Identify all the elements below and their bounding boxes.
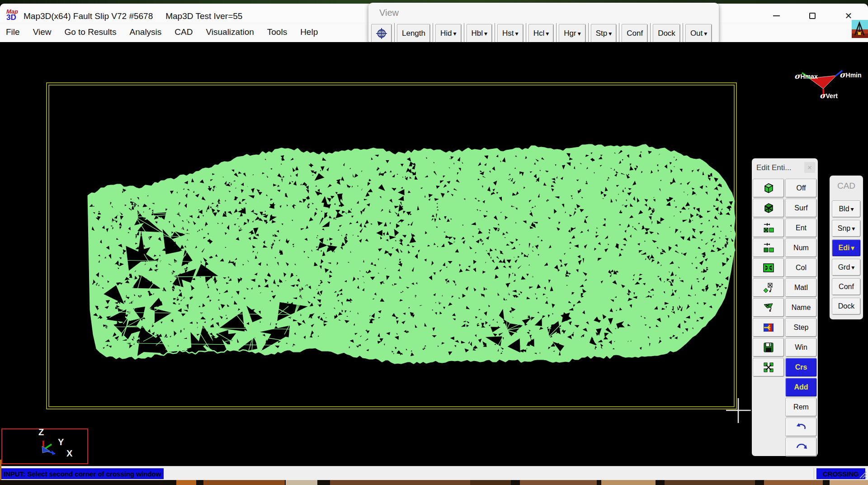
panel-close-button[interactable]: ✕ xyxy=(804,162,815,173)
minimize-button[interactable] xyxy=(766,8,787,24)
wireframe-mesh-scene xyxy=(0,42,868,466)
view-orientation-button[interactable] xyxy=(371,24,392,43)
hbl-dropdown-button[interactable]: Hbl xyxy=(467,24,493,43)
undo-icon xyxy=(795,422,807,432)
menu-cad[interactable]: CAD xyxy=(175,25,193,39)
resize-grip[interactable] xyxy=(857,470,867,479)
model-viewport[interactable]: σHmax σHmin σVert Z Y X xyxy=(0,42,868,466)
sigma-hmin-label: σHmin xyxy=(840,70,862,79)
edit-entities-title: Edit Enti... xyxy=(756,163,791,172)
save-window-icon[interactable] xyxy=(753,338,784,357)
crs-button[interactable]: Crs xyxy=(785,358,817,377)
step-icon[interactable] xyxy=(753,318,784,337)
number-select-icon[interactable] xyxy=(753,238,784,257)
map3d-application: Map 3D Map3D(x64) Fault Slip V72 #5678Ma… xyxy=(0,0,868,485)
view-toolbar-window[interactable]: View Length Hid Hbl Hst Hcl Hgr xyxy=(368,3,719,44)
length-button[interactable]: Length xyxy=(397,24,430,43)
redo-button[interactable] xyxy=(785,437,817,456)
minimize-icon xyxy=(773,15,780,16)
off-button[interactable]: Off xyxy=(785,179,817,198)
grd-dropdown-button[interactable]: Grd xyxy=(832,259,861,276)
axis-x-label: X xyxy=(66,448,72,459)
add-button[interactable]: Add xyxy=(785,378,817,397)
cad-dock-button[interactable]: Dock xyxy=(832,298,861,315)
ent-button[interactable]: Ent xyxy=(785,219,817,238)
material-assign-icon[interactable] xyxy=(753,278,784,297)
num-button[interactable]: Num xyxy=(785,238,817,257)
color-select-icon[interactable] xyxy=(753,258,784,277)
map3d-logo-icon: Map 3D xyxy=(6,9,23,24)
hst-dropdown-button[interactable]: Hst xyxy=(497,24,524,43)
bld-dropdown-button[interactable]: Bld xyxy=(832,200,861,218)
sigma-vert-label: σVert xyxy=(820,91,838,100)
desktop-wallpaper-sliver xyxy=(0,460,1,480)
sigma-hmax-label: σHmax xyxy=(794,71,818,81)
toolbar-separator xyxy=(495,23,495,44)
name-button[interactable]: Name xyxy=(785,298,817,317)
redo-icon xyxy=(795,442,807,452)
menu-view[interactable]: View xyxy=(33,25,52,39)
menu-help[interactable]: Help xyxy=(300,25,318,39)
dock-button[interactable]: Dock xyxy=(653,24,680,43)
input-prompt: INPUT: Select second corner of crossing … xyxy=(1,468,164,479)
toolbar-separator xyxy=(526,23,526,44)
desktop-wallpaper-bottom xyxy=(0,480,868,485)
undo-button[interactable] xyxy=(785,418,817,437)
menu-go-to-results[interactable]: Go to Results xyxy=(64,25,116,39)
step-dropdown-button[interactable]: Stp xyxy=(591,24,617,43)
axis-y-label: Y xyxy=(58,437,64,447)
toolbar-separator xyxy=(650,23,651,44)
entity-select-icon[interactable] xyxy=(753,219,784,238)
menu-visualization[interactable]: Visualization xyxy=(206,25,254,39)
view-toolbar-title: View xyxy=(379,8,399,18)
status-bar: INPUT: Select second corner of crossing … xyxy=(0,466,868,480)
cad-panel-title: CAD xyxy=(830,181,863,191)
step-button[interactable]: Step xyxy=(785,318,817,337)
toolbar-separator xyxy=(588,23,589,44)
edit-entities-panel[interactable]: Edit Enti... ✕ Off Surf xyxy=(752,158,818,456)
hcl-dropdown-button[interactable]: Hcl xyxy=(528,24,554,43)
matl-button[interactable]: Matl xyxy=(785,278,817,297)
cube-crossed-icon[interactable] xyxy=(753,199,784,218)
status-separator xyxy=(814,468,815,479)
cad-panel[interactable]: CAD Bld Snp Edi Grd Conf Dock xyxy=(830,176,863,319)
conf-button[interactable]: Conf xyxy=(622,24,648,43)
win-button[interactable]: Win xyxy=(785,338,817,357)
hide-dropdown-button[interactable]: Hid xyxy=(435,24,462,43)
crossing-select-icon[interactable] xyxy=(753,358,784,377)
mining-headframe-icon xyxy=(852,20,868,38)
out-dropdown-button[interactable]: Out xyxy=(685,24,712,43)
toolbar-separator xyxy=(433,23,433,44)
maximize-icon xyxy=(809,13,816,19)
surf-button[interactable]: Surf xyxy=(785,199,817,218)
toolbar-separator xyxy=(556,23,557,44)
globe-crosshair-icon xyxy=(376,28,387,39)
cube-icon[interactable] xyxy=(753,179,784,198)
menu-tools[interactable]: Tools xyxy=(267,25,287,39)
hgr-dropdown-button[interactable]: Hgr xyxy=(559,24,585,43)
rem-button[interactable]: Rem xyxy=(785,398,817,417)
cad-conf-button[interactable]: Conf xyxy=(832,278,861,295)
edi-dropdown-button[interactable]: Edi xyxy=(832,239,861,257)
menu-file[interactable]: File xyxy=(6,25,20,39)
col-button[interactable]: Col xyxy=(785,258,817,277)
toolbar-separator xyxy=(394,23,395,44)
toolbar-separator xyxy=(619,23,619,44)
toolbar-separator xyxy=(464,23,464,44)
menu-analysis[interactable]: Analysis xyxy=(130,25,162,39)
snp-dropdown-button[interactable]: Snp xyxy=(832,220,861,237)
name-assign-icon[interactable] xyxy=(753,298,784,317)
toolbar-separator xyxy=(683,23,683,44)
maximize-button[interactable] xyxy=(802,8,823,24)
window-title: Map3D(x64) Fault Slip V72 #5678Map3D Tes… xyxy=(24,11,242,21)
close-icon: ✕ xyxy=(845,11,853,20)
axis-z-label: Z xyxy=(38,427,44,437)
